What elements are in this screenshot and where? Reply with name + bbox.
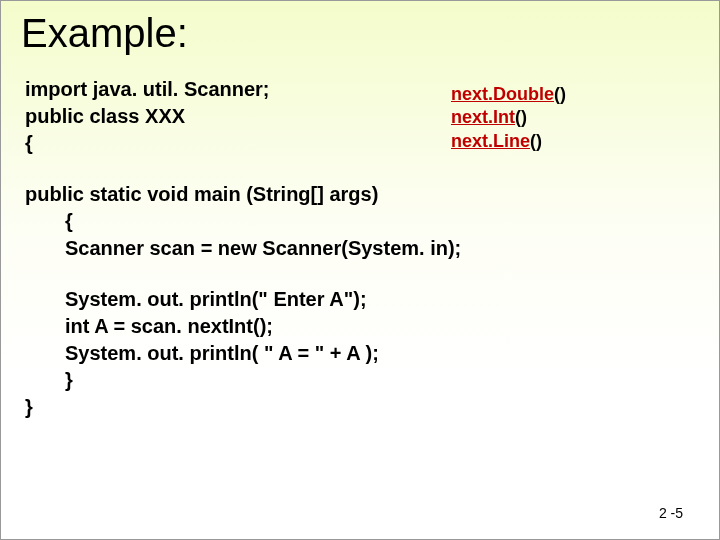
code-line: System. out. println(" Enter A"); <box>25 286 719 313</box>
code-line: } <box>25 394 719 421</box>
code-line: } <box>25 367 719 394</box>
method-nextdouble: next.Double() <box>451 83 566 106</box>
code-block: import java. util. Scanner; public class… <box>1 56 719 421</box>
method-nextint: next.Int() <box>451 106 566 129</box>
code-line: { <box>25 208 719 235</box>
slide-title: Example: <box>1 1 719 56</box>
page-number: 2 -5 <box>659 505 683 521</box>
slide: Example: next.Double() next.Int() next.L… <box>0 0 720 540</box>
code-line: { <box>25 130 719 157</box>
code-line: public static void main (String[] args) <box>25 181 719 208</box>
code-line: public class XXX <box>25 103 719 130</box>
code-line: import java. util. Scanner; <box>25 76 719 103</box>
code-line: System. out. println( " A = " + A ); <box>25 340 719 367</box>
code-line: Scanner scan = new Scanner(System. in); <box>25 235 719 262</box>
scanner-methods-list: next.Double() next.Int() next.Line() <box>451 83 566 153</box>
method-nextline: next.Line() <box>451 130 566 153</box>
code-line: int A = scan. nextInt(); <box>25 313 719 340</box>
